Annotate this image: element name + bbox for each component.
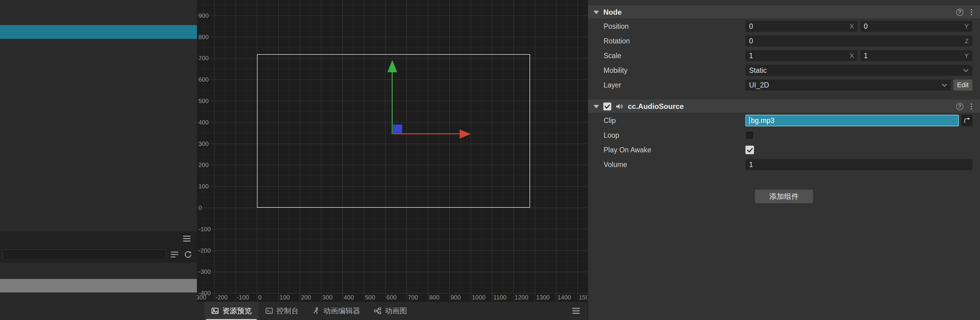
audiosource-section-title: cc.AudioSource bbox=[628, 102, 684, 111]
chevron-down-icon[interactable] bbox=[593, 105, 599, 108]
refresh-icon[interactable] bbox=[183, 249, 193, 260]
scale-y-input[interactable]: 1 Y bbox=[860, 50, 973, 61]
clip-row: Clip bg.mp3 bbox=[588, 113, 980, 128]
ruler-label-x: 700 bbox=[408, 294, 418, 301]
mobility-value: Static bbox=[749, 67, 767, 74]
ruler-label-y: -300 bbox=[199, 268, 211, 275]
menu-icon[interactable] bbox=[181, 233, 192, 244]
node-section-header[interactable]: Node ? bbox=[588, 5, 980, 19]
play-on-awake-row: Play On Awake bbox=[588, 143, 980, 157]
x-axis-suffix: X bbox=[850, 23, 854, 30]
ruler-label-x: 1300 bbox=[536, 294, 550, 301]
chevron-down-icon bbox=[963, 69, 969, 72]
rotation-label: Rotation bbox=[604, 37, 745, 45]
ruler-label-x: 800 bbox=[429, 294, 439, 301]
rotation-value: 0 bbox=[749, 37, 753, 45]
locate-asset-button[interactable] bbox=[961, 115, 972, 126]
ruler-label-x: 100 bbox=[280, 294, 290, 301]
loop-row: Loop bbox=[588, 128, 980, 143]
ruler-label-y: 700 bbox=[199, 54, 208, 62]
layer-row: Layer UI_2D Edit bbox=[588, 78, 980, 92]
help-icon[interactable]: ? bbox=[956, 9, 964, 16]
rotation-input[interactable]: 0 Z bbox=[745, 35, 972, 46]
tab-label: 动画编辑器 bbox=[323, 306, 360, 316]
tab-2[interactable]: 控制台 bbox=[258, 302, 305, 320]
text-cursor bbox=[749, 117, 750, 125]
selected-item-highlight[interactable] bbox=[0, 25, 197, 39]
mobility-row: Mobility Static bbox=[588, 63, 980, 78]
chevron-down-icon[interactable] bbox=[593, 11, 599, 14]
ruler-label-x: 300 bbox=[322, 294, 332, 301]
ruler-label-y: 800 bbox=[199, 33, 208, 41]
kebab-menu-icon[interactable] bbox=[970, 103, 973, 110]
ruler-label-x: 1000 bbox=[472, 294, 486, 301]
kebab-menu-icon[interactable] bbox=[970, 9, 973, 16]
scale-row: Scale 1 X 1 Y bbox=[588, 48, 980, 63]
z-axis-suffix: Z bbox=[965, 37, 969, 45]
tab-bar-menu-icon[interactable] bbox=[565, 302, 587, 320]
ruler-label-x: -100 bbox=[237, 294, 249, 301]
filter-input[interactable] bbox=[2, 249, 166, 260]
add-component-button[interactable]: 添加组件 bbox=[755, 190, 813, 203]
ruler-label-x: 1100 bbox=[493, 294, 506, 301]
animation-editor-icon bbox=[312, 307, 320, 315]
chevron-down-icon bbox=[942, 84, 947, 87]
layer-dropdown[interactable]: UI_2D bbox=[745, 79, 951, 90]
scale-y-value: 1 bbox=[864, 52, 868, 60]
help-icon[interactable]: ? bbox=[956, 103, 964, 110]
ruler-label-x: 200 bbox=[301, 294, 311, 301]
left-panel-toolbar-block bbox=[0, 231, 197, 263]
component-enabled-checkbox[interactable] bbox=[603, 103, 611, 111]
ruler-label-y: 600 bbox=[199, 76, 208, 83]
animation-graph-icon bbox=[374, 307, 382, 315]
mobility-dropdown[interactable]: Static bbox=[745, 65, 972, 76]
y-axis-arrow-icon[interactable] bbox=[387, 60, 397, 72]
x-axis-arrow-icon[interactable] bbox=[460, 130, 471, 139]
tab-1[interactable]: 资源预览 bbox=[204, 302, 258, 320]
x-axis-line bbox=[393, 133, 460, 134]
layer-edit-button[interactable]: Edit bbox=[953, 79, 972, 90]
ruler-label-y: 500 bbox=[199, 97, 208, 105]
position-x-input[interactable]: 0 X bbox=[745, 21, 858, 32]
tab-label: 控制台 bbox=[277, 306, 299, 316]
gray-preview-bar bbox=[0, 279, 197, 293]
y-axis-line bbox=[392, 71, 393, 134]
ruler-label-x: 1500 bbox=[579, 294, 587, 301]
volume-input[interactable]: 1 bbox=[745, 159, 972, 170]
play-on-awake-checkbox[interactable] bbox=[745, 146, 754, 154]
position-y-input[interactable]: 0 Y bbox=[860, 21, 973, 32]
ruler-label-y: 200 bbox=[199, 161, 208, 169]
volume-value: 1 bbox=[749, 161, 753, 169]
ruler-label-x: 1400 bbox=[557, 294, 571, 301]
scale-x-input[interactable]: 1 X bbox=[745, 50, 858, 61]
bottom-tab-bar: 资源预览控制台动画编辑器动画图 bbox=[197, 301, 587, 320]
tab-3[interactable]: 动画编辑器 bbox=[305, 302, 367, 320]
ruler-label-x: 400 bbox=[344, 294, 354, 301]
tab-label: 动画图 bbox=[385, 306, 407, 316]
x-axis-suffix: X bbox=[850, 52, 854, 59]
ruler-label-y: 900 bbox=[199, 12, 208, 19]
ruler-label-x: 900 bbox=[450, 294, 461, 301]
loop-checkbox[interactable] bbox=[745, 131, 754, 139]
rotation-row: Rotation 0 Z bbox=[588, 34, 980, 48]
ruler-label-x: 1200 bbox=[515, 294, 528, 301]
ruler-label-x: 500 bbox=[365, 294, 375, 301]
y-axis-suffix: Y bbox=[964, 52, 969, 59]
scale-label: Scale bbox=[604, 52, 745, 60]
y-axis-suffix: Y bbox=[964, 23, 969, 30]
tab-label: 资源预览 bbox=[222, 306, 252, 316]
clip-asset-field[interactable]: bg.mp3 bbox=[745, 115, 959, 126]
volume-row: Volume 1 bbox=[588, 157, 980, 172]
tab-4[interactable]: 动画图 bbox=[367, 302, 414, 320]
mobility-label: Mobility bbox=[604, 67, 745, 74]
inspector-panel: Node ? Position 0 X 0 Y Rotation 0 Z bbox=[587, 0, 980, 320]
bottom-tab-bar-tabs: 资源预览控制台动画编辑器动画图 bbox=[204, 302, 414, 320]
scene-view[interactable]: 9008007006005004003002001000-100-200-300… bbox=[197, 0, 587, 301]
ruler-label-y: 0 bbox=[199, 204, 202, 211]
ruler-label-x: -200 bbox=[215, 294, 228, 301]
gizmo-origin-handle[interactable] bbox=[393, 125, 402, 134]
list-icon[interactable] bbox=[169, 249, 180, 260]
audiosource-section-header[interactable]: cc.AudioSource ? bbox=[588, 100, 980, 113]
ruler-label-y: -200 bbox=[199, 247, 211, 254]
ruler-label-y: 300 bbox=[199, 140, 208, 147]
